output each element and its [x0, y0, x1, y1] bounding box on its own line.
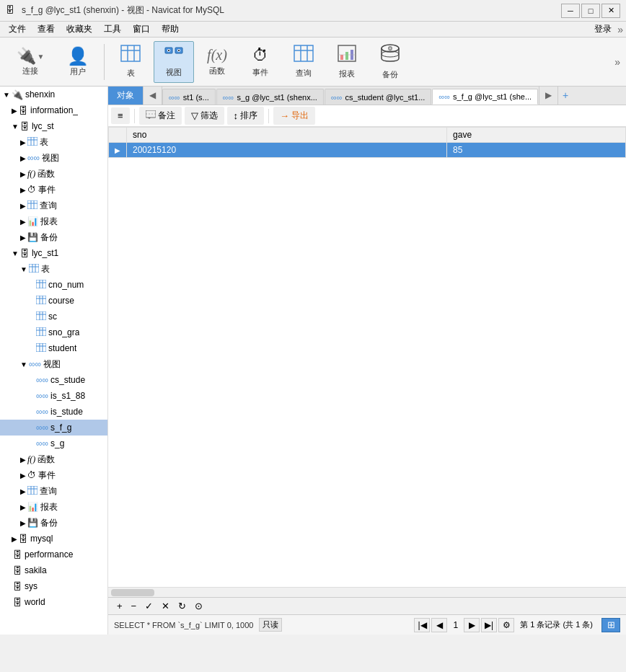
table-row[interactable]: ▶ 200215120 85 [109, 143, 626, 158]
tab-st1[interactable]: ∞∞ st1 (s... [162, 89, 216, 105]
sidebar-item-mysql[interactable]: ▶ 🗄 mysql [0, 531, 107, 547]
sidebar-item-lyc-st-table[interactable]: ▶ 表 [0, 134, 107, 150]
table-button[interactable]: 表 [110, 41, 151, 83]
tab-s-g-icon: ∞∞ [223, 93, 234, 102]
content-area: 对象 ◀ ∞∞ st1 (s... ∞∞ s_g @lyc_st1 (shenx… [108, 87, 626, 635]
sidebar-item-lyc-st1-view[interactable]: ▼ ∞∞ 视图 [0, 356, 107, 372]
tab-cs-student[interactable]: ∞∞ cs_student @lyc_st1... [325, 89, 432, 105]
sidebar-item-course[interactable]: course [0, 293, 107, 309]
sql-text: SELECT * FROM `s_f_g` LIMIT 0, 1000 [114, 621, 253, 629]
sidebar-item-lyc-st1-func[interactable]: ▶ f() 函数 [0, 451, 107, 467]
sidebar-item-lyc-st1-event[interactable]: ▶ ⏱ 事件 [0, 467, 107, 483]
menu-window[interactable]: 窗口 [127, 22, 156, 37]
sys-icon: 🗄 [13, 581, 22, 592]
filter-button[interactable]: ▽ 筛选 [185, 107, 224, 125]
tab-s-g[interactable]: ∞∞ s_g @lyc_st1 (shenx... [216, 89, 324, 105]
add-view-button[interactable]: + [557, 87, 573, 105]
next-page-button[interactable]: ▶ [464, 618, 480, 632]
is-stude-icon: ∞∞ [36, 407, 48, 417]
sidebar-item-s-f-g[interactable]: ∞∞ s_f_g [0, 420, 107, 436]
user-button[interactable]: 👤 用户 [58, 41, 98, 83]
backup-button[interactable]: 备份 [370, 41, 410, 83]
delete-record-button[interactable]: − [128, 600, 140, 612]
last-page-button[interactable]: ▶| [481, 618, 497, 632]
sidebar-item-lyc-st-event[interactable]: ▶ ⏱ 事件 [0, 182, 107, 198]
sidebar-item-lyc-st-func[interactable]: ▶ f() 函数 [0, 166, 107, 182]
menu-expand-icon[interactable]: » [617, 24, 623, 35]
comment-button[interactable]: 备注 [139, 107, 182, 125]
report-button[interactable]: 报表 [327, 41, 367, 83]
add-record-button[interactable]: + [114, 600, 125, 612]
tab-next-button[interactable]: ▶ [542, 89, 555, 102]
student-icon [36, 343, 46, 354]
sidebar-item-cno-num[interactable]: cno_num [0, 277, 107, 293]
col-header-sno[interactable]: sno [127, 128, 447, 143]
sidebar-item-performance[interactable]: 🗄 performance [0, 547, 107, 562]
horizontal-scrollbar[interactable] [108, 587, 626, 597]
sidebar-item-lyc-st1-table[interactable]: ▼ 表 [0, 261, 107, 277]
sidebar-item-lyc-st-query[interactable]: ▶ 查询 [0, 198, 107, 213]
expand-arrow-lyc-st: ▼ [12, 123, 19, 131]
discard-record-button[interactable]: ✕ [159, 600, 172, 612]
menu-help[interactable]: 帮助 [156, 22, 185, 37]
menu-tools[interactable]: 工具 [98, 22, 127, 37]
tab-s-f-g[interactable]: ∞∞ s_f_g @lyc_st1 (she... [432, 89, 538, 105]
sidebar-item-student[interactable]: student [0, 340, 107, 356]
cno-num-icon [36, 280, 46, 291]
menu-favorites[interactable]: 收藏夹 [61, 22, 98, 37]
tab-prev-button[interactable]: ◀ [146, 89, 159, 102]
nav-settings-button[interactable]: ⚙ [498, 618, 514, 632]
sidebar-item-lyc-st[interactable]: ▼ 🗄 lyc_st [0, 118, 107, 134]
query-button[interactable]: 查询 [283, 41, 324, 83]
prev-page-button[interactable]: ◀ [431, 618, 447, 632]
toolbar-expand-icon[interactable]: » [614, 56, 620, 68]
s-f-g-label: s_f_g [50, 423, 71, 433]
sidebar-item-world[interactable]: 🗄 world [0, 594, 107, 610]
query-label: 查询 [296, 68, 312, 79]
sidebar-item-information[interactable]: ▶ 🗄 information_ [0, 102, 107, 118]
filter-label: 筛选 [200, 110, 218, 122]
minimize-button[interactable]: ─ [561, 4, 580, 18]
view-button[interactable]: 视图 [154, 41, 194, 83]
h-scroll-thumb[interactable] [111, 589, 154, 596]
sidebar-item-is-stude[interactable]: ∞∞ is_stude [0, 404, 107, 420]
refresh-button[interactable]: ↻ [175, 600, 189, 612]
connect-button[interactable]: 🔌 ▼ 连接 [6, 41, 55, 83]
cell-gave[interactable]: 85 [447, 143, 626, 158]
sidebar-item-lyc-st1-query[interactable]: ▶ 查询 [0, 483, 107, 499]
cell-sno[interactable]: 200215120 [127, 143, 447, 158]
sidebar-item-lyc-st1-report[interactable]: ▶ 📊 报表 [0, 499, 107, 515]
grid-view-button[interactable]: ⊞ [601, 618, 620, 632]
sidebar-item-s-g[interactable]: ∞∞ s_g [0, 436, 107, 451]
event-button[interactable]: ⏱ 事件 [240, 41, 281, 83]
first-page-button[interactable]: |◀ [414, 618, 430, 632]
object-tab[interactable]: 对象 [108, 87, 144, 105]
maximize-button[interactable]: □ [581, 4, 600, 18]
sidebar-item-is-s1-88[interactable]: ∞∞ is_s1_88 [0, 388, 107, 404]
sidebar-item-cs-stude[interactable]: ∞∞ cs_stude [0, 372, 107, 388]
export-button[interactable]: → 导出 [273, 107, 315, 125]
sidebar-item-sno-gra[interactable]: sno_gra [0, 324, 107, 340]
sidebar-item-lyc-st1[interactable]: ▼ 🗄 lyc_st1 [0, 245, 107, 261]
world-icon: 🗄 [13, 597, 22, 608]
sidebar-item-lyc-st-backup[interactable]: ▶ 💾 备份 [0, 229, 107, 245]
function-button[interactable]: f(x) 函数 [197, 41, 237, 83]
close-button[interactable]: ✕ [601, 4, 620, 18]
col-header-gave[interactable]: gave [447, 128, 626, 143]
filter-icon: ▽ [191, 110, 198, 121]
sidebar-item-lyc-st1-backup[interactable]: ▶ 💾 备份 [0, 515, 107, 531]
menu-file[interactable]: 文件 [3, 22, 32, 37]
sidebar-item-shenxin[interactable]: ▼ 🔌 shenxin [0, 87, 107, 102]
sort-button[interactable]: ↕ 排序 [227, 107, 265, 125]
menu-button[interactable]: ≡ [111, 107, 130, 124]
sidebar-item-lyc-st-report[interactable]: ▶ 📊 报表 [0, 213, 107, 229]
settings-button[interactable]: ⊙ [192, 600, 206, 612]
sidebar-item-sc[interactable]: sc [0, 309, 107, 324]
save-record-button[interactable]: ✓ [142, 600, 156, 612]
menu-view[interactable]: 查看 [32, 22, 61, 37]
lyc-st-table-label: 表 [40, 136, 48, 149]
sidebar-item-sys[interactable]: 🗄 sys [0, 578, 107, 594]
login-link[interactable]: 登录 [594, 23, 617, 35]
sidebar-item-sakila[interactable]: 🗄 sakila [0, 562, 107, 578]
sidebar-item-lyc-st-view[interactable]: ▶ ∞∞ 视图 [0, 150, 107, 166]
